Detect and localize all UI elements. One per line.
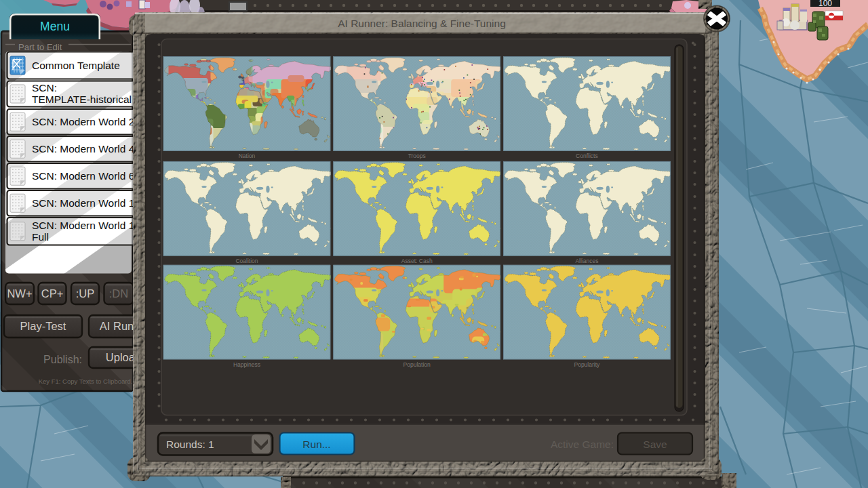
svg-text::DN: :DN: [109, 287, 128, 300]
svg-text:Rounds: 1: Rounds: 1: [166, 439, 214, 450]
svg-text:Menu: Menu: [40, 20, 70, 33]
svg-text:Run...: Run...: [302, 439, 330, 450]
svg-text:SCN: Modern World 40: SCN: Modern World 40: [32, 143, 140, 155]
svg-text:Common Template: Common Template: [32, 60, 120, 71]
svg-text::UP: :UP: [76, 287, 95, 300]
svg-text:Key F1: Copy Texts to Clipboar: Key F1: Copy Texts to Clipboard.: [39, 378, 133, 385]
svg-text:SCN: Modern World 20: SCN: Modern World 20: [32, 116, 140, 127]
svg-text:Conflicts: Conflicts: [576, 152, 598, 159]
svg-text:Part to Edit: Part to Edit: [18, 42, 62, 52]
svg-text:Coalition: Coalition: [235, 258, 258, 264]
svg-text:Nation: Nation: [239, 152, 256, 159]
svg-text:Population: Population: [403, 361, 431, 368]
svg-text:CP+: CP+: [41, 287, 64, 300]
svg-text:Play-Test: Play-Test: [20, 320, 66, 332]
svg-text:Full: Full: [32, 231, 49, 243]
svg-text:SCN: Modern World 11: SCN: Modern World 11: [32, 220, 140, 231]
svg-text:Happiness: Happiness: [233, 361, 260, 368]
svg-text:TEMPLATE-historical: TEMPLATE-historical: [32, 94, 132, 105]
svg-text:AI Runner: Balancing & Fine-Tu: AI Runner: Balancing & Fine-Tuning: [338, 18, 506, 29]
svg-text:NW+: NW+: [7, 287, 32, 300]
svg-text:Publish:: Publish:: [43, 354, 82, 365]
svg-text:SCN: Modern World 60: SCN: Modern World 60: [32, 170, 140, 182]
svg-text:SCN: Modern World 11: SCN: Modern World 11: [32, 197, 140, 209]
svg-text:100: 100: [818, 0, 832, 8]
svg-text:Active Game:: Active Game:: [551, 439, 614, 450]
svg-text:Troops: Troops: [408, 152, 426, 159]
svg-text:Asset: Cash: Asset: Cash: [401, 258, 433, 264]
svg-text:Popularity: Popularity: [574, 361, 600, 368]
svg-text:Save: Save: [643, 439, 667, 450]
svg-text:Alliances: Alliances: [575, 258, 598, 264]
svg-text:SCN:: SCN:: [32, 82, 57, 94]
